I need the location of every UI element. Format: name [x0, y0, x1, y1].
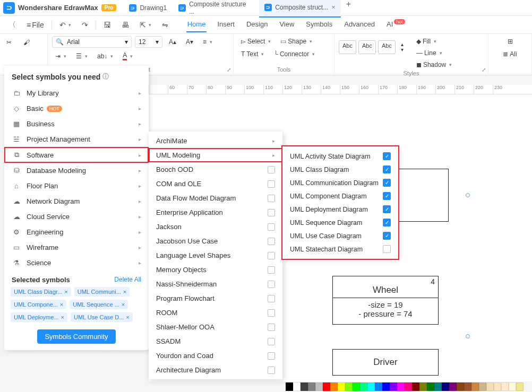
color-swatch[interactable]	[405, 382, 412, 391]
delete-all-link[interactable]: Delete All	[114, 276, 141, 284]
uml-statechart[interactable]: UML Statechart Diagram	[285, 242, 396, 256]
back-button[interactable]: 〈	[5, 18, 19, 32]
submenu-flowchart[interactable]: Program Flowchart	[149, 291, 282, 306]
color-swatch[interactable]	[509, 382, 516, 391]
uml-sequence[interactable]: UML Sequence Diagram✓	[285, 216, 396, 229]
checkbox-icon[interactable]	[383, 245, 391, 253]
submenu-archimate[interactable]: ArchiMate▸	[149, 134, 282, 148]
format-painter-button[interactable]: 🖌	[20, 37, 33, 48]
color-swatch[interactable]	[375, 382, 382, 391]
font-family-select[interactable]: 🔍Arial▾	[52, 36, 132, 48]
color-swatch[interactable]	[479, 382, 486, 391]
color-swatch[interactable]	[382, 382, 390, 391]
color-swatch[interactable]	[434, 382, 442, 391]
submenu-memory[interactable]: Memory Objects	[149, 263, 282, 277]
color-swatch[interactable]	[419, 382, 427, 391]
uml-communication[interactable]: UML Communication Diagram✓	[285, 176, 396, 189]
color-swatch[interactable]	[494, 382, 501, 391]
expand-icon[interactable]: ⤢	[482, 67, 486, 73]
submenu-enterprise[interactable]: Enterprise Application	[149, 205, 282, 220]
color-swatch[interactable]	[486, 382, 494, 391]
category-database[interactable]: ⛁Database Modeling▸	[4, 163, 149, 178]
close-icon[interactable]: ×	[61, 314, 64, 320]
color-swatch[interactable]	[323, 382, 330, 391]
cut-button[interactable]: ✂	[3, 37, 15, 48]
checkbox-icon[interactable]: ✓	[383, 205, 391, 213]
submenu-room[interactable]: ROOM	[149, 306, 282, 320]
tag-uml-seq[interactable]: UML Sequence ...×	[70, 300, 128, 309]
line-button[interactable]: — Line	[413, 48, 455, 58]
tag-uml-comm[interactable]: UML Communi...×	[74, 287, 130, 297]
color-swatch[interactable]	[308, 382, 315, 391]
menu-insert[interactable]: Insert	[216, 17, 236, 32]
text-tool[interactable]: T Text	[238, 49, 267, 59]
style-preset-2[interactable]: Abc	[358, 40, 376, 54]
style-preset-1[interactable]: Abc	[339, 40, 356, 54]
color-swatch[interactable]	[330, 382, 338, 391]
color-swatch[interactable]	[501, 382, 509, 391]
category-science[interactable]: ⚗Science▸	[4, 255, 149, 271]
resize-handle[interactable]	[466, 334, 470, 338]
checkbox-icon[interactable]: ✓	[383, 165, 391, 173]
uml-component[interactable]: UML Component Diagram✓	[285, 189, 396, 203]
menu-home[interactable]: Home	[186, 17, 207, 32]
menu-advanced[interactable]: Advanced	[343, 17, 376, 32]
export-button[interactable]: ⇱	[136, 19, 155, 31]
checkbox-icon[interactable]: ✓	[383, 152, 391, 160]
menu-ai[interactable]: AIhot	[385, 17, 406, 32]
submenu-dfd[interactable]: Data Flow Model Diagram	[149, 191, 282, 205]
color-swatch[interactable]	[449, 382, 457, 391]
diagram-driver-box[interactable]: Driver	[332, 349, 439, 376]
category-my-library[interactable]: 🗀My Library▸	[4, 85, 149, 101]
shadow-button[interactable]: ◼ Shadow	[413, 59, 455, 70]
shape-tool[interactable]: ▭ Shape	[277, 36, 315, 47]
checkbox-icon[interactable]: ✓	[383, 219, 391, 227]
fill-button[interactable]: ◆ Fill	[413, 36, 455, 47]
color-swatch[interactable]	[412, 382, 419, 391]
color-swatch[interactable]	[397, 382, 405, 391]
expand-icon[interactable]: ⤢	[227, 67, 231, 73]
submenu-nassi[interactable]: Nassi-Shneiderman	[149, 277, 282, 291]
hamburger-icon[interactable]: ≡ File	[23, 19, 47, 31]
uml-deployment[interactable]: UML Deployment Diagram✓	[285, 203, 396, 216]
submenu-architecture[interactable]: Architecture Diagram	[149, 363, 282, 377]
list-button[interactable]: ☰	[73, 51, 91, 62]
color-swatch[interactable]	[293, 382, 301, 391]
checkbox-icon[interactable]: ✓	[383, 179, 391, 187]
tag-uml-usecase[interactable]: UML Use Case D...×	[71, 312, 133, 322]
color-swatch[interactable]	[315, 382, 323, 391]
tag-uml-comp[interactable]: UML Compone...×	[11, 300, 66, 309]
tab-composite1[interactable]: ⊃Composite structure ...	[173, 0, 258, 18]
print-button[interactable]: 🖶	[118, 19, 132, 31]
diagram-wheel-box[interactable]: 4 Wheel -size = 19 - pressure = 74	[332, 276, 439, 325]
close-icon[interactable]: ×	[331, 3, 336, 11]
tab-composite2[interactable]: ⊃Composite struct...×	[259, 0, 341, 18]
close-icon[interactable]: ×	[126, 314, 129, 320]
category-basic[interactable]: ◇BasicHOT▸	[4, 101, 149, 116]
submenu-yourdon[interactable]: Yourdon and Coad	[149, 349, 282, 363]
menu-view[interactable]: View	[278, 17, 295, 32]
color-swatch[interactable]	[464, 382, 471, 391]
submenu-language-shapes[interactable]: Language Level Shapes	[149, 248, 282, 263]
color-swatch[interactable]	[390, 382, 397, 391]
checkbox-icon[interactable]: ✓	[383, 232, 391, 240]
color-swatch[interactable]	[286, 382, 293, 391]
color-swatch[interactable]	[345, 382, 353, 391]
menu-design[interactable]: Design	[245, 17, 269, 32]
more-button[interactable]: ⇋	[159, 19, 171, 31]
color-swatch[interactable]	[457, 382, 464, 391]
color-swatch[interactable]	[338, 382, 345, 391]
close-icon[interactable]: ×	[122, 301, 125, 308]
save-button[interactable]: 🖫	[100, 19, 114, 31]
connector-tool[interactable]: └ Connector	[270, 49, 318, 59]
redo-button[interactable]: ↷	[79, 19, 91, 31]
submenu-jacobson[interactable]: Jacobson Use Case	[149, 234, 282, 248]
align-button2[interactable]: ≣ Ali	[500, 49, 520, 59]
color-swatch[interactable]	[367, 382, 375, 391]
uml-use-case[interactable]: UML Use Case Diagram✓	[285, 229, 396, 242]
tag-uml-class[interactable]: UML Class Diagr...×	[11, 287, 71, 297]
indent-button[interactable]: ⇥	[52, 51, 70, 62]
close-icon[interactable]: ×	[123, 289, 126, 295]
close-icon[interactable]: ×	[64, 289, 67, 295]
tag-uml-deploy[interactable]: UML Deployme...×	[11, 312, 67, 322]
